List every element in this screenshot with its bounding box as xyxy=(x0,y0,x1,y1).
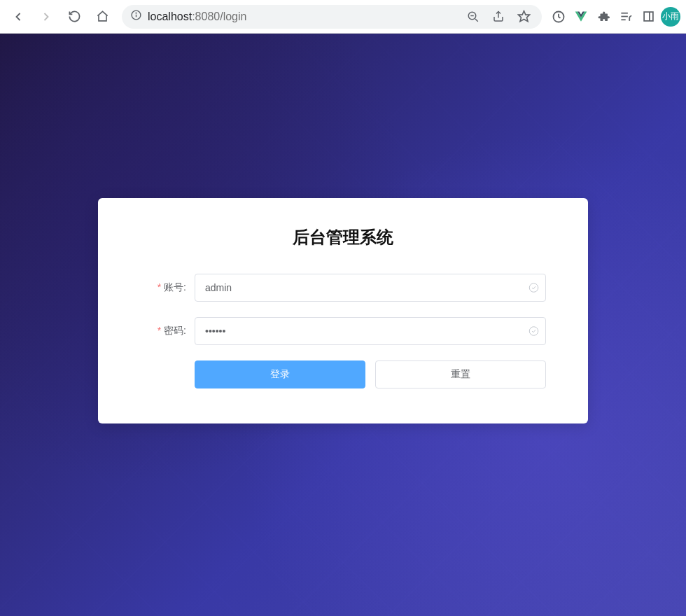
bookmark-star-icon[interactable] xyxy=(514,7,533,27)
back-button[interactable] xyxy=(6,4,31,29)
password-input[interactable] xyxy=(195,317,546,345)
password-label: *密码: xyxy=(140,325,195,337)
svg-rect-12 xyxy=(644,12,653,21)
username-label: *账号: xyxy=(140,281,195,294)
username-input[interactable] xyxy=(195,274,546,302)
url-text: localhost:8080/login xyxy=(148,10,458,23)
svg-point-14 xyxy=(529,284,538,293)
svg-marker-7 xyxy=(518,11,529,22)
svg-point-2 xyxy=(136,13,136,13)
address-bar[interactable]: localhost:8080/login xyxy=(122,5,542,29)
browser-toolbar: localhost:8080/login 小雨 xyxy=(0,0,686,34)
password-row: *密码: xyxy=(140,317,546,345)
required-asterisk: * xyxy=(158,281,161,293)
extensions-icon[interactable] xyxy=(594,7,613,27)
page-background: 后台管理系统 *账号: *密码: xyxy=(0,34,686,616)
reload-button[interactable] xyxy=(62,4,87,29)
svg-line-5 xyxy=(475,19,478,22)
home-button[interactable] xyxy=(90,4,115,29)
login-card: 后台管理系统 *账号: *密码: xyxy=(98,198,588,424)
forward-button[interactable] xyxy=(34,4,59,29)
username-row: *账号: xyxy=(140,274,546,302)
share-icon[interactable] xyxy=(489,7,508,27)
login-button[interactable]: 登录 xyxy=(195,360,365,388)
svg-point-15 xyxy=(529,327,538,336)
required-asterisk: * xyxy=(158,325,161,336)
card-title: 后台管理系统 xyxy=(140,226,546,248)
vue-devtools-icon[interactable] xyxy=(571,7,591,27)
check-circle-icon xyxy=(528,326,539,337)
zoom-icon[interactable] xyxy=(463,7,483,27)
clock-icon[interactable] xyxy=(549,7,568,27)
reset-button[interactable]: 重置 xyxy=(375,360,546,388)
panel-icon[interactable] xyxy=(638,7,658,27)
check-circle-icon xyxy=(528,283,539,293)
info-icon[interactable] xyxy=(130,9,142,24)
profile-avatar[interactable]: 小雨 xyxy=(661,7,680,27)
button-row: 登录 重置 xyxy=(195,360,546,388)
playlist-icon[interactable] xyxy=(616,7,636,27)
